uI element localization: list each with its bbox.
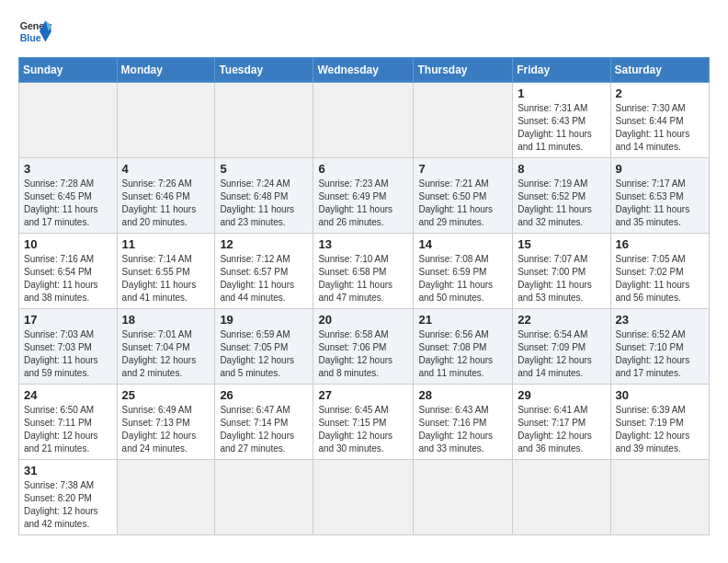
day-info: Sunrise: 6:45 AM Sunset: 7:15 PM Dayligh… bbox=[318, 404, 408, 455]
calendar-cell: 22Sunrise: 6:54 AM Sunset: 7:09 PM Dayli… bbox=[513, 309, 610, 385]
calendar-week-4: 17Sunrise: 7:03 AM Sunset: 7:03 PM Dayli… bbox=[19, 309, 710, 385]
day-info: Sunrise: 6:52 AM Sunset: 7:10 PM Dayligh… bbox=[616, 328, 704, 380]
calendar-cell: 26Sunrise: 6:47 AM Sunset: 7:14 PM Dayli… bbox=[215, 385, 313, 460]
day-number: 3 bbox=[24, 162, 112, 176]
calendar-cell: 25Sunrise: 6:49 AM Sunset: 7:13 PM Dayli… bbox=[117, 385, 215, 460]
day-info: Sunrise: 6:56 AM Sunset: 7:08 PM Dayligh… bbox=[418, 328, 507, 380]
day-number: 24 bbox=[24, 388, 112, 402]
page-header: General Blue bbox=[18, 15, 710, 48]
calendar-week-5: 24Sunrise: 6:50 AM Sunset: 7:11 PM Dayli… bbox=[19, 385, 710, 460]
weekday-header-tuesday: Tuesday bbox=[215, 58, 313, 83]
svg-text:Blue: Blue bbox=[20, 32, 41, 43]
calendar-week-6: 31Sunrise: 7:38 AM Sunset: 8:20 PM Dayli… bbox=[19, 460, 710, 535]
calendar-cell: 17Sunrise: 7:03 AM Sunset: 7:03 PM Dayli… bbox=[19, 309, 118, 385]
calendar-cell bbox=[313, 460, 414, 535]
day-number: 13 bbox=[318, 237, 408, 251]
calendar-week-1: 1Sunrise: 7:31 AM Sunset: 6:43 PM Daylig… bbox=[19, 83, 710, 158]
calendar-cell: 28Sunrise: 6:43 AM Sunset: 7:16 PM Dayli… bbox=[414, 385, 513, 460]
day-info: Sunrise: 7:07 AM Sunset: 7:00 PM Dayligh… bbox=[518, 253, 605, 304]
day-info: Sunrise: 6:58 AM Sunset: 7:06 PM Dayligh… bbox=[318, 328, 408, 380]
day-info: Sunrise: 7:12 AM Sunset: 6:57 PM Dayligh… bbox=[220, 253, 308, 304]
weekday-header-row: SundayMondayTuesdayWednesdayThursdayFrid… bbox=[19, 58, 710, 83]
day-info: Sunrise: 7:31 AM Sunset: 6:43 PM Dayligh… bbox=[518, 102, 605, 154]
day-info: Sunrise: 7:28 AM Sunset: 6:45 PM Dayligh… bbox=[24, 178, 112, 229]
day-number: 11 bbox=[122, 237, 210, 251]
calendar-cell bbox=[513, 460, 610, 535]
calendar-week-3: 10Sunrise: 7:16 AM Sunset: 6:54 PM Dayli… bbox=[19, 234, 710, 309]
calendar-cell: 7Sunrise: 7:21 AM Sunset: 6:50 PM Daylig… bbox=[414, 158, 513, 234]
day-info: Sunrise: 7:38 AM Sunset: 8:20 PM Dayligh… bbox=[24, 479, 112, 531]
day-number: 25 bbox=[122, 388, 210, 402]
calendar-cell: 11Sunrise: 7:14 AM Sunset: 6:55 PM Dayli… bbox=[117, 234, 215, 309]
day-number: 2 bbox=[616, 86, 704, 100]
calendar-cell bbox=[19, 83, 118, 158]
calendar-cell: 18Sunrise: 7:01 AM Sunset: 7:04 PM Dayli… bbox=[117, 309, 215, 385]
weekday-header-monday: Monday bbox=[117, 58, 215, 83]
calendar-cell: 14Sunrise: 7:08 AM Sunset: 6:59 PM Dayli… bbox=[414, 234, 513, 309]
calendar-cell: 13Sunrise: 7:10 AM Sunset: 6:58 PM Dayli… bbox=[313, 234, 414, 309]
day-number: 10 bbox=[24, 237, 112, 251]
calendar-cell bbox=[313, 83, 414, 158]
weekday-header-saturday: Saturday bbox=[610, 58, 709, 83]
day-number: 28 bbox=[418, 388, 507, 402]
calendar-cell bbox=[215, 460, 313, 535]
day-info: Sunrise: 7:26 AM Sunset: 6:46 PM Dayligh… bbox=[122, 178, 210, 229]
calendar-cell: 23Sunrise: 6:52 AM Sunset: 7:10 PM Dayli… bbox=[610, 309, 709, 385]
day-number: 9 bbox=[616, 162, 704, 176]
calendar-cell: 29Sunrise: 6:41 AM Sunset: 7:17 PM Dayli… bbox=[513, 385, 610, 460]
calendar-cell bbox=[414, 460, 513, 535]
calendar-cell: 9Sunrise: 7:17 AM Sunset: 6:53 PM Daylig… bbox=[610, 158, 709, 234]
day-info: Sunrise: 7:01 AM Sunset: 7:04 PM Dayligh… bbox=[122, 328, 210, 380]
day-info: Sunrise: 6:39 AM Sunset: 7:19 PM Dayligh… bbox=[616, 404, 704, 455]
day-number: 7 bbox=[418, 162, 507, 176]
day-number: 20 bbox=[318, 313, 408, 327]
calendar-cell: 31Sunrise: 7:38 AM Sunset: 8:20 PM Dayli… bbox=[19, 460, 118, 535]
day-number: 1 bbox=[518, 86, 605, 100]
day-number: 8 bbox=[518, 162, 605, 176]
day-number: 27 bbox=[318, 388, 408, 402]
logo: General Blue bbox=[18, 15, 55, 48]
calendar-cell: 10Sunrise: 7:16 AM Sunset: 6:54 PM Dayli… bbox=[19, 234, 118, 309]
day-info: Sunrise: 6:41 AM Sunset: 7:17 PM Dayligh… bbox=[518, 404, 605, 455]
calendar-cell: 20Sunrise: 6:58 AM Sunset: 7:06 PM Dayli… bbox=[313, 309, 414, 385]
day-info: Sunrise: 7:21 AM Sunset: 6:50 PM Dayligh… bbox=[418, 178, 507, 229]
day-number: 21 bbox=[418, 313, 507, 327]
logo-icon: General Blue bbox=[18, 15, 51, 48]
day-number: 30 bbox=[616, 388, 704, 402]
calendar-cell bbox=[117, 460, 215, 535]
day-info: Sunrise: 6:59 AM Sunset: 7:05 PM Dayligh… bbox=[220, 328, 308, 380]
day-info: Sunrise: 6:47 AM Sunset: 7:14 PM Dayligh… bbox=[220, 404, 308, 455]
day-number: 4 bbox=[122, 162, 210, 176]
calendar-cell: 4Sunrise: 7:26 AM Sunset: 6:46 PM Daylig… bbox=[117, 158, 215, 234]
day-number: 29 bbox=[518, 388, 605, 402]
day-info: Sunrise: 7:17 AM Sunset: 6:53 PM Dayligh… bbox=[616, 178, 704, 229]
calendar-table: SundayMondayTuesdayWednesdayThursdayFrid… bbox=[18, 57, 710, 535]
day-info: Sunrise: 7:23 AM Sunset: 6:49 PM Dayligh… bbox=[318, 178, 408, 229]
day-info: Sunrise: 7:16 AM Sunset: 6:54 PM Dayligh… bbox=[24, 253, 112, 304]
calendar-cell: 21Sunrise: 6:56 AM Sunset: 7:08 PM Dayli… bbox=[414, 309, 513, 385]
day-number: 31 bbox=[24, 464, 112, 477]
day-number: 17 bbox=[24, 313, 112, 327]
day-info: Sunrise: 7:08 AM Sunset: 6:59 PM Dayligh… bbox=[418, 253, 507, 304]
calendar-cell bbox=[117, 83, 215, 158]
day-number: 16 bbox=[616, 237, 704, 251]
calendar-cell: 30Sunrise: 6:39 AM Sunset: 7:19 PM Dayli… bbox=[610, 385, 709, 460]
calendar-cell: 24Sunrise: 6:50 AM Sunset: 7:11 PM Dayli… bbox=[19, 385, 118, 460]
day-number: 26 bbox=[220, 388, 308, 402]
weekday-header-friday: Friday bbox=[513, 58, 610, 83]
calendar-cell: 6Sunrise: 7:23 AM Sunset: 6:49 PM Daylig… bbox=[313, 158, 414, 234]
weekday-header-sunday: Sunday bbox=[19, 58, 118, 83]
day-info: Sunrise: 7:19 AM Sunset: 6:52 PM Dayligh… bbox=[518, 178, 605, 229]
calendar-cell: 27Sunrise: 6:45 AM Sunset: 7:15 PM Dayli… bbox=[313, 385, 414, 460]
day-number: 19 bbox=[220, 313, 308, 327]
calendar-cell: 16Sunrise: 7:05 AM Sunset: 7:02 PM Dayli… bbox=[610, 234, 709, 309]
day-number: 18 bbox=[122, 313, 210, 327]
day-info: Sunrise: 6:50 AM Sunset: 7:11 PM Dayligh… bbox=[24, 404, 112, 455]
day-number: 5 bbox=[220, 162, 308, 176]
calendar-cell bbox=[215, 83, 313, 158]
calendar-cell bbox=[610, 460, 709, 535]
calendar-cell: 19Sunrise: 6:59 AM Sunset: 7:05 PM Dayli… bbox=[215, 309, 313, 385]
day-info: Sunrise: 7:30 AM Sunset: 6:44 PM Dayligh… bbox=[616, 102, 704, 154]
day-info: Sunrise: 6:49 AM Sunset: 7:13 PM Dayligh… bbox=[122, 404, 210, 455]
day-info: Sunrise: 6:54 AM Sunset: 7:09 PM Dayligh… bbox=[518, 328, 605, 380]
